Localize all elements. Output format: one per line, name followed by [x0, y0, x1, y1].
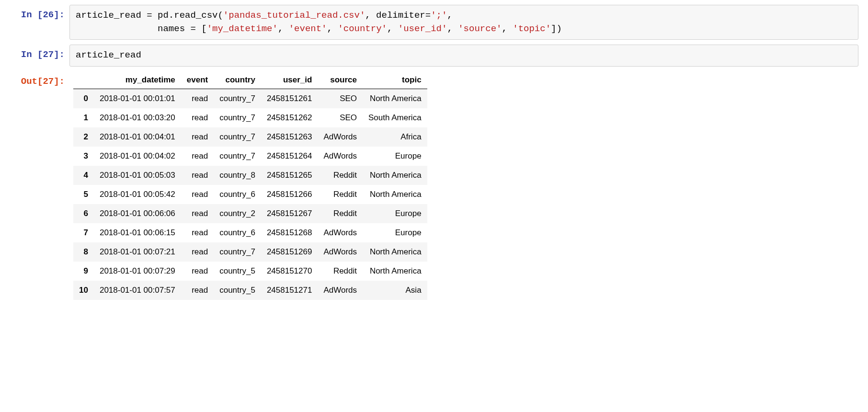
cell-source: Reddit	[318, 204, 363, 223]
cell-topic: North America	[363, 185, 427, 204]
cell-user_id: 2458151266	[261, 185, 318, 204]
cell-topic: North America	[363, 166, 427, 185]
table-row: 52018-01-01 00:05:42readcountry_62458151…	[73, 185, 427, 204]
cell-country: country_7	[214, 89, 261, 108]
cell-country: country_5	[214, 262, 261, 281]
dataframe-output: my_datetime event country user_id source…	[69, 71, 858, 300]
code-token: 'my_datetime'	[207, 23, 278, 34]
row-index: 0	[73, 89, 94, 108]
cell-user_id: 2458151270	[261, 262, 318, 281]
row-index: 1	[73, 108, 94, 127]
cell-topic: North America	[363, 89, 427, 108]
cell-country: country_6	[214, 185, 261, 204]
cell-event: read	[181, 185, 214, 204]
code-token: article_read	[76, 50, 141, 60]
cell-user_id: 2458151261	[261, 89, 318, 108]
cell-my_datetime: 2018-01-01 00:05:42	[94, 185, 181, 204]
code-token: 'source'	[458, 23, 502, 34]
table-row: 92018-01-01 00:07:29readcountry_52458151…	[73, 262, 427, 281]
cell-user_id: 2458151262	[261, 108, 318, 127]
code-token: ,	[278, 23, 289, 34]
code-token: 'country'	[338, 23, 387, 34]
cell-my_datetime: 2018-01-01 00:07:57	[94, 281, 181, 300]
cell-in-26: In [26]: article_read = pd.read_csv('pan…	[0, 5, 868, 40]
code-token: ,	[327, 23, 338, 34]
cell-user_id: 2458151269	[261, 242, 318, 262]
cell-source: AdWords	[318, 242, 363, 262]
cell-country: country_7	[214, 127, 261, 147]
out-prompt-27: Out[27]:	[0, 71, 69, 87]
cell-country: country_7	[214, 108, 261, 127]
cell-user_id: 2458151265	[261, 166, 318, 185]
cell-my_datetime: 2018-01-01 00:07:29	[94, 262, 181, 281]
cell-event: read	[181, 147, 214, 166]
cell-country: country_6	[214, 223, 261, 242]
cell-topic: North America	[363, 262, 427, 281]
cell-event: read	[181, 204, 214, 223]
code-token: ';'	[431, 10, 447, 21]
col-header: user_id	[261, 71, 318, 89]
code-input-26[interactable]: article_read = pd.read_csv('pandas_tutor…	[69, 5, 858, 40]
table-row: 102018-01-01 00:07:57readcountry_5245815…	[73, 281, 427, 300]
cell-my_datetime: 2018-01-01 00:06:06	[94, 204, 181, 223]
cell-topic: South America	[363, 108, 427, 127]
row-index: 6	[73, 204, 94, 223]
table-row: 12018-01-01 00:03:20readcountry_72458151…	[73, 108, 427, 127]
cell-my_datetime: 2018-01-01 00:01:01	[94, 89, 181, 108]
table-row: 22018-01-01 00:04:01readcountry_72458151…	[73, 127, 427, 147]
cell-source: Reddit	[318, 185, 363, 204]
dataframe-body: 02018-01-01 00:01:01readcountry_72458151…	[73, 89, 427, 300]
col-header: country	[214, 71, 261, 89]
cell-user_id: 2458151263	[261, 127, 318, 147]
cell-event: read	[181, 242, 214, 262]
code-token: ,	[502, 23, 513, 34]
dataframe-header: my_datetime event country user_id source…	[73, 71, 427, 89]
cell-my_datetime: 2018-01-01 00:07:21	[94, 242, 181, 262]
col-header: my_datetime	[94, 71, 181, 89]
notebook: In [26]: article_read = pd.read_csv('pan…	[0, 0, 868, 314]
cell-out-27: Out[27]: my_datetime event country user_…	[0, 71, 868, 300]
cell-my_datetime: 2018-01-01 00:04:01	[94, 127, 181, 147]
col-header: event	[181, 71, 214, 89]
code-input-27[interactable]: article_read	[69, 45, 858, 67]
code-token: , delimiter=	[365, 10, 431, 21]
col-header: topic	[363, 71, 427, 89]
row-index: 3	[73, 147, 94, 166]
code-token: 'topic'	[513, 23, 551, 34]
code-token: ])	[551, 23, 562, 34]
cell-source: AdWords	[318, 147, 363, 166]
cell-country: country_7	[214, 147, 261, 166]
cell-topic: North America	[363, 242, 427, 262]
table-row: 72018-01-01 00:06:15readcountry_62458151…	[73, 223, 427, 242]
col-header: source	[318, 71, 363, 89]
code-token: article_read = pd.read_csv(	[76, 10, 223, 21]
cell-source: SEO	[318, 108, 363, 127]
in-prompt-27: In [27]:	[0, 45, 69, 60]
cell-source: AdWords	[318, 281, 363, 300]
cell-event: read	[181, 281, 214, 300]
cell-source: SEO	[318, 89, 363, 108]
cell-event: read	[181, 166, 214, 185]
cell-topic: Asia	[363, 281, 427, 300]
index-header	[73, 71, 94, 89]
table-row: 82018-01-01 00:07:21readcountry_72458151…	[73, 242, 427, 262]
cell-event: read	[181, 262, 214, 281]
in-prompt-26: In [26]:	[0, 5, 69, 20]
cell-in-27: In [27]: article_read	[0, 45, 868, 67]
table-row: 42018-01-01 00:05:03readcountry_82458151…	[73, 166, 427, 185]
cell-source: Reddit	[318, 166, 363, 185]
row-index: 2	[73, 127, 94, 147]
cell-event: read	[181, 127, 214, 147]
cell-topic: Africa	[363, 127, 427, 147]
table-row: 02018-01-01 00:01:01readcountry_72458151…	[73, 89, 427, 108]
cell-my_datetime: 2018-01-01 00:04:02	[94, 147, 181, 166]
cell-user_id: 2458151264	[261, 147, 318, 166]
cell-user_id: 2458151268	[261, 223, 318, 242]
cell-country: country_5	[214, 281, 261, 300]
cell-topic: Europe	[363, 204, 427, 223]
cell-my_datetime: 2018-01-01 00:05:03	[94, 166, 181, 185]
cell-user_id: 2458151267	[261, 204, 318, 223]
row-index: 4	[73, 166, 94, 185]
cell-my_datetime: 2018-01-01 00:03:20	[94, 108, 181, 127]
cell-source: AdWords	[318, 223, 363, 242]
